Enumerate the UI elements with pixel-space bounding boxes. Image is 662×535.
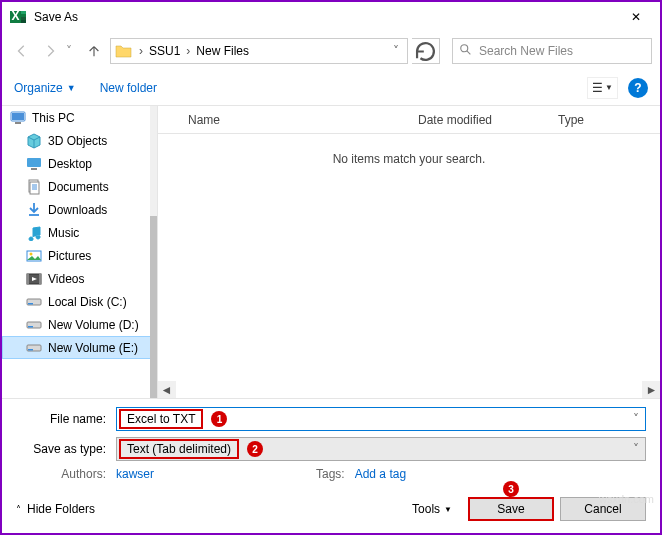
- chevron-right-icon: ›: [137, 44, 145, 58]
- chevron-down-icon[interactable]: ˅: [633, 442, 639, 456]
- nav-label: Desktop: [48, 157, 92, 171]
- excel-icon: X: [10, 9, 26, 25]
- music-icon: [26, 225, 42, 241]
- svg-rect-2: [21, 11, 26, 14]
- annotation-badge-1: 1: [211, 411, 227, 427]
- nav-new-volume-d[interactable]: New Volume (D:): [2, 313, 157, 336]
- cancel-button[interactable]: Cancel: [560, 497, 646, 521]
- list-icon: ☰: [592, 81, 603, 95]
- scrollbar-thumb[interactable]: [176, 381, 642, 398]
- nav-label: Music: [48, 226, 79, 240]
- bottom-panel: File name: Excel to TXT 1 ˅ Save as type…: [2, 398, 660, 533]
- help-button[interactable]: ?: [628, 78, 648, 98]
- annotation-badge-3: 3: [503, 481, 519, 497]
- nav-row: ˅ › SSU1 › New Files ˅ Search New Files: [2, 32, 660, 70]
- nav-label: Downloads: [48, 203, 107, 217]
- nav-local-disk-c[interactable]: Local Disk (C:): [2, 290, 157, 313]
- disk-icon: [26, 340, 42, 356]
- nav-this-pc[interactable]: This PC: [2, 106, 157, 129]
- svg-rect-9: [12, 113, 24, 120]
- new-folder-button[interactable]: New folder: [100, 81, 157, 95]
- search-icon: [459, 43, 479, 60]
- nav-label: Local Disk (C:): [48, 295, 127, 309]
- column-name[interactable]: Name: [158, 113, 418, 127]
- filename-value: Excel to TXT: [119, 409, 203, 429]
- nav-scrollbar[interactable]: [150, 106, 157, 398]
- svg-rect-22: [27, 274, 29, 284]
- svg-rect-25: [28, 303, 33, 305]
- breadcrumb-item[interactable]: New Files: [192, 44, 253, 58]
- nav-label: Videos: [48, 272, 84, 286]
- svg-rect-23: [39, 274, 41, 284]
- close-button[interactable]: [613, 3, 658, 31]
- documents-icon: [26, 179, 42, 195]
- tags-value[interactable]: Add a tag: [355, 467, 406, 481]
- svg-rect-10: [15, 122, 21, 124]
- hide-folders-button[interactable]: ˄ Hide Folders: [16, 502, 95, 516]
- nav-new-volume-e[interactable]: New Volume (E:): [2, 336, 157, 359]
- disk-icon: [26, 317, 42, 333]
- search-input[interactable]: Search New Files: [452, 38, 652, 64]
- column-date[interactable]: Date modified: [418, 113, 558, 127]
- authors-value[interactable]: kawser: [116, 467, 316, 481]
- svg-rect-14: [30, 182, 39, 194]
- nav-pictures[interactable]: Pictures: [2, 244, 157, 267]
- chevron-down-icon[interactable]: ˅: [633, 412, 639, 426]
- videos-icon: [26, 271, 42, 287]
- window-title: Save As: [34, 10, 613, 24]
- nav-3d-objects[interactable]: 3D Objects: [2, 129, 157, 152]
- nav-music[interactable]: Music: [2, 221, 157, 244]
- annotation-badge-2: 2: [247, 441, 263, 457]
- svg-rect-5: [21, 20, 26, 23]
- scroll-left-icon[interactable]: ◄: [158, 381, 175, 398]
- savetype-select[interactable]: Text (Tab delimited) 2 ˅: [116, 437, 646, 461]
- file-list: Name Date modified Type No items match y…: [157, 106, 660, 398]
- svg-point-6: [461, 44, 468, 51]
- filename-input[interactable]: Excel to TXT 1 ˅: [116, 407, 646, 431]
- nav-label: Pictures: [48, 249, 91, 263]
- address-bar[interactable]: › SSU1 › New Files ˅: [110, 38, 408, 64]
- breadcrumb-item[interactable]: SSU1: [145, 44, 184, 58]
- nav-label: New Volume (E:): [48, 341, 138, 355]
- download-icon: [26, 202, 42, 218]
- search-placeholder: Search New Files: [479, 44, 573, 58]
- desktop-icon: [26, 156, 42, 172]
- tags-label: Tags:: [316, 467, 355, 481]
- address-dropdown[interactable]: ˅: [387, 44, 405, 58]
- svg-rect-12: [31, 168, 37, 170]
- pc-icon: [10, 110, 26, 126]
- refresh-button[interactable]: [412, 38, 440, 64]
- back-button[interactable]: [10, 39, 34, 63]
- save-as-dialog: X Save As ˅ › SSU1 › New Files ˅ Search …: [0, 0, 662, 535]
- pictures-icon: [26, 248, 42, 264]
- organize-button[interactable]: Organize▼: [14, 81, 76, 95]
- authors-label: Authors:: [16, 467, 116, 481]
- recent-dropdown[interactable]: ˅: [66, 44, 78, 58]
- svg-text:X: X: [11, 9, 19, 23]
- chevron-down-icon: ▼: [67, 83, 76, 93]
- filename-row: File name: Excel to TXT 1 ˅: [16, 407, 646, 431]
- empty-message: No items match your search.: [158, 152, 660, 166]
- chevron-down-icon: ▼: [605, 83, 613, 92]
- save-button[interactable]: 3 Save: [468, 497, 554, 521]
- svg-point-20: [30, 252, 33, 255]
- scroll-right-icon[interactable]: ►: [643, 381, 660, 398]
- nav-desktop[interactable]: Desktop: [2, 152, 157, 175]
- savetype-value: Text (Tab delimited): [119, 439, 239, 459]
- savetype-label: Save as type:: [16, 442, 116, 456]
- tools-button[interactable]: Tools ▼: [412, 502, 452, 516]
- nav-label: This PC: [32, 111, 75, 125]
- column-type[interactable]: Type: [558, 113, 660, 127]
- view-button[interactable]: ☰ ▼: [587, 77, 618, 99]
- horizontal-scrollbar[interactable]: ◄ ►: [158, 381, 660, 398]
- nav-videos[interactable]: Videos: [2, 267, 157, 290]
- scrollbar-thumb[interactable]: [150, 216, 157, 398]
- nav-label: New Volume (D:): [48, 318, 139, 332]
- up-button[interactable]: [82, 39, 106, 63]
- nav-tree: This PC 3D Objects Desktop Documents Dow…: [2, 106, 157, 398]
- nav-downloads[interactable]: Downloads: [2, 198, 157, 221]
- nav-documents[interactable]: Documents: [2, 175, 157, 198]
- forward-button[interactable]: [38, 39, 62, 63]
- svg-rect-11: [27, 158, 41, 167]
- column-headers: Name Date modified Type: [158, 106, 660, 134]
